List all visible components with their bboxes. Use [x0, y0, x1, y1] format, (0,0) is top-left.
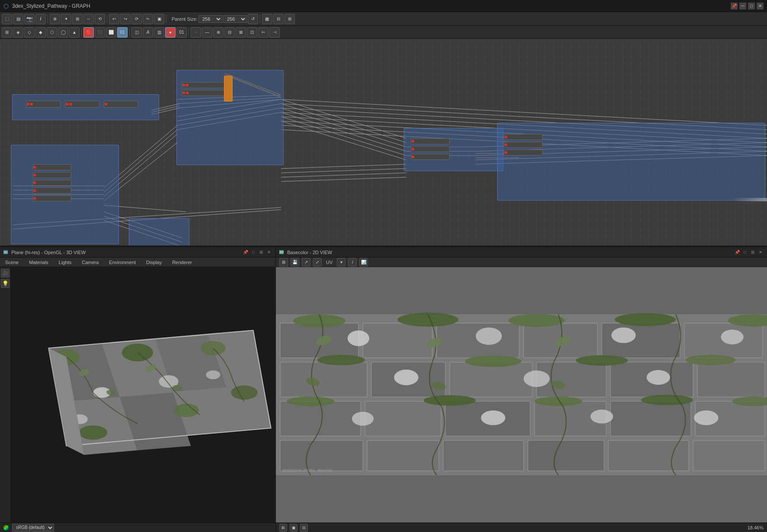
tb-tool8[interactable]: ▣ — [154, 14, 164, 24]
tb2-btn22[interactable]: ⊡ — [247, 27, 257, 38]
tb2-btn17[interactable]: ⬝ — [191, 27, 201, 38]
node-cl-4[interactable] — [32, 188, 71, 194]
node-highlight[interactable] — [224, 76, 233, 102]
view2d-viewport[interactable]: 2048x2048 (RGBA, 8bpc/ch) — [276, 267, 767, 522]
node-ul-1[interactable] — [26, 101, 61, 108]
node-r-1[interactable] — [411, 138, 450, 144]
tb-new[interactable]: ⬚ — [2, 14, 12, 24]
node-cl-5[interactable] — [32, 195, 71, 201]
color-mode-select[interactable]: sRGB (default) Linear — [12, 524, 54, 532]
menu-renderer[interactable]: Renderer — [170, 259, 194, 266]
parent-size-w[interactable]: 25651210242048 — [198, 15, 222, 23]
2d-save-btn[interactable]: 💾 — [291, 258, 299, 267]
tb2-btn3[interactable]: ◇ — [24, 27, 35, 38]
tb-tool3[interactable]: ⊞ — [72, 14, 83, 24]
parent-size-h[interactable]: 25651210242048 — [223, 15, 247, 23]
view2d-pin[interactable]: 📌 — [734, 249, 740, 255]
tb-camera[interactable]: 📷 — [24, 14, 35, 24]
menu-environment[interactable]: Environment — [107, 259, 137, 266]
view3d-viewport[interactable]: 🎥 💡 — [0, 267, 275, 522]
2d-status-btn3[interactable]: ⊟ — [300, 524, 308, 532]
2d-grid-btn[interactable]: ⊞ — [279, 258, 288, 267]
node-fr-1[interactable] — [504, 134, 543, 140]
tb-refresh[interactable]: ↺ — [248, 14, 258, 24]
tb-view1[interactable]: ▦ — [262, 14, 272, 24]
node-c-1[interactable] — [182, 82, 225, 88]
svg-point-69 — [79, 425, 107, 440]
node-c-2[interactable] — [182, 90, 225, 96]
tb2-btn16[interactable]: 01 — [176, 27, 187, 38]
pin-btn[interactable]: 📌 — [731, 3, 738, 10]
tb2-btn7[interactable]: ▲ — [69, 27, 80, 38]
tb-zoom-fit[interactable]: ⊕ — [50, 14, 60, 24]
tb2-btn19[interactable]: ⊕ — [213, 27, 224, 38]
tb2-btn20[interactable]: ⊟ — [224, 27, 235, 38]
view3d-close[interactable]: ✕ — [266, 249, 272, 255]
view3d-pin[interactable]: 📌 — [243, 249, 249, 255]
view2d-maximize[interactable]: ⊞ — [750, 249, 756, 255]
tb2-btn24[interactable]: ⊣ — [269, 27, 280, 38]
tool-camera-btn[interactable]: 🎥 — [1, 269, 10, 277]
tb2-btn11[interactable]: 01 — [117, 27, 128, 38]
2d-status-btn1[interactable]: ⊞ — [279, 524, 287, 532]
menu-materials[interactable]: Materials — [27, 259, 50, 266]
node-ul-2[interactable] — [65, 101, 99, 108]
tb2-btn5[interactable]: ⬡ — [47, 27, 57, 38]
2d-export-btn[interactable]: ↗ — [302, 258, 310, 267]
minimize-btn[interactable]: ─ — [739, 3, 746, 10]
tb-view2[interactable]: ⊟ — [273, 14, 284, 24]
tb2-btn6[interactable]: ◯ — [58, 27, 68, 38]
2d-status-btn2[interactable]: ▣ — [290, 524, 297, 532]
tb-undo[interactable]: ↩ — [109, 14, 119, 24]
tb2-btn21[interactable]: ⊠ — [236, 27, 246, 38]
maximize-btn[interactable]: □ — [748, 3, 755, 10]
tb2-btn23[interactable]: ⊢ — [258, 27, 268, 38]
tb-info[interactable]: i — [35, 14, 46, 24]
tb2-btn4[interactable]: ◆ — [35, 27, 46, 38]
menu-display[interactable]: Display — [144, 259, 163, 266]
tb-view3[interactable]: ⊞ — [284, 14, 295, 24]
node-fr-2[interactable] — [504, 142, 543, 148]
graph-area[interactable] — [0, 39, 767, 245]
tb2-btn8[interactable]: 🔴 — [83, 27, 94, 38]
node-r-3[interactable] — [411, 154, 450, 160]
node-ul-3[interactable] — [104, 101, 138, 108]
close-btn[interactable]: ✕ — [757, 3, 764, 10]
node-cl-1[interactable] — [32, 164, 71, 170]
tb-tool2[interactable]: ✦ — [61, 14, 71, 24]
tb-tool4[interactable]: ↔ — [83, 14, 94, 24]
2d-fit-btn[interactable]: ⤢ — [313, 258, 322, 267]
tb2-btn18[interactable]: — — [202, 27, 212, 38]
svg-point-121 — [611, 328, 636, 343]
2d-info-btn[interactable]: i — [348, 258, 357, 267]
2d-histogram-btn[interactable]: 📊 — [359, 258, 368, 267]
tool-light-btn[interactable]: 💡 — [1, 279, 10, 288]
menu-lights[interactable]: Lights — [57, 259, 73, 266]
tb2-btn9[interactable]: ⬛ — [95, 27, 105, 38]
node-cl-2[interactable] — [32, 172, 71, 178]
view3d-maximize[interactable]: ⊞ — [258, 249, 264, 255]
view2d-restore[interactable]: □ — [742, 249, 748, 255]
tb-tool5[interactable]: ⟲ — [95, 14, 105, 24]
view2d-close[interactable]: ✕ — [757, 249, 764, 255]
view2d-panel: 2D Basecolor - 2D VIEW 📌 □ ⊞ ✕ ⊞ 💾 ↗ ⤢ U… — [276, 247, 767, 532]
tb2-btn14[interactable]: ▥ — [154, 27, 164, 38]
menu-camera[interactable]: Camera — [80, 259, 100, 266]
svg-rect-82 — [363, 323, 432, 358]
tb-tool6[interactable]: ⟳ — [131, 14, 142, 24]
tb2-btn1[interactable]: ⊞ — [2, 27, 12, 38]
tb2-btn10[interactable]: ⬜ — [106, 27, 116, 38]
node-r-2[interactable] — [411, 146, 450, 152]
tb-open[interactable]: ▤ — [13, 14, 23, 24]
view3d-restore[interactable]: □ — [250, 249, 256, 255]
node-cl-3[interactable] — [32, 180, 71, 186]
2d-uv-btn[interactable]: ▾ — [337, 258, 345, 267]
tb2-btn12[interactable]: ◫ — [131, 27, 142, 38]
menu-scene[interactable]: Scene — [3, 259, 20, 266]
tb-tool7[interactable]: ✁ — [143, 14, 153, 24]
tb2-btn15[interactable]: ● — [165, 27, 176, 38]
tb2-btn2[interactable]: ◈ — [13, 27, 23, 38]
tb-redo[interactable]: ↪ — [120, 14, 131, 24]
tb2-btn13[interactable]: A — [143, 27, 153, 38]
node-fr-3[interactable] — [504, 150, 543, 156]
